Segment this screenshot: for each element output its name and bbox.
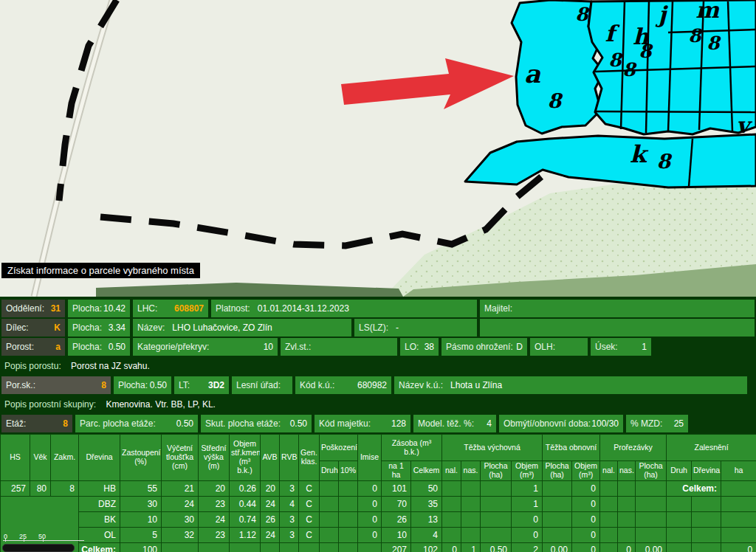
field-nazev: Název: LHO Luhačovice, ZO Zlín — [133, 319, 351, 337]
field-label: % MZD: — [630, 418, 662, 429]
scale-tickmark — [5, 538, 6, 542]
cell-tv-plocha — [481, 527, 512, 542]
cell-tv-nas — [461, 511, 481, 527]
cell-tloustka — [162, 542, 199, 552]
field-lslz: LS(LZ): - — [354, 319, 477, 337]
cell-posk-10 — [339, 542, 358, 552]
field-label: Majitel: — [484, 303, 512, 314]
cell-tv-objem: 0 — [512, 527, 543, 542]
field-label: Obmýtí/obnovní doba: — [504, 418, 591, 429]
cell-zasoba-celkem: 35 — [411, 496, 442, 511]
col-header-rvb: RVB — [280, 435, 299, 481]
cell-to-objem: 0 — [572, 527, 600, 542]
cell-zastoupeni: 10 — [120, 511, 162, 527]
cell-posk-druh — [320, 480, 339, 496]
cell-pr-nas — [618, 480, 636, 496]
cell-tv-plocha — [481, 480, 512, 496]
cell-tloustka: 30 — [162, 511, 199, 527]
sub-header-objem: Objem (m³) — [572, 461, 600, 481]
cell-rvb — [280, 542, 299, 552]
cell-pr-nas-total: 0 — [618, 542, 636, 552]
field-mzd: % MZD: 25 — [626, 415, 688, 432]
field-value: 608807 — [174, 303, 204, 314]
table-row: BK 10 30 24 0.74 26 3 C 0 26 13 0 0 — [1, 511, 756, 527]
map-scale-bar: 0 25 50 — [1, 533, 97, 552]
cell-gen: C — [299, 511, 320, 527]
field-dilec: Dílec: K — [1, 319, 65, 337]
field-value: LHO Luhačovice, ZO Zlín — [172, 322, 272, 333]
cell-to-objem-total: 0 — [572, 542, 600, 552]
table-row: DBZ 30 24 23 0.44 24 4 C 0 70 35 1 0 — [1, 496, 756, 511]
table-header-row-1: HS Věk Zakm. Dřevina Zastoupení (%) Výče… — [1, 435, 756, 461]
field-label: Pásmo ohrožení: — [446, 342, 513, 352]
scale-tickmark — [43, 538, 44, 542]
col-header-vyska: Střední výška (m) — [199, 435, 230, 481]
field-label: Zvl.st.: — [285, 342, 311, 352]
cell-vek: 80 — [30, 480, 51, 496]
cell-zastoupeni: 30 — [120, 496, 162, 511]
col-header-hs: HS — [1, 435, 30, 481]
table-total-row: Celkem: 100 207 102 0 1 0.50 2 0.00 0 — [1, 542, 756, 552]
cell-zasoba-celkem-total: 102 — [411, 542, 442, 552]
cell-zal-druh — [667, 496, 692, 511]
sub-header-na1ha: na 1 ha — [382, 461, 411, 481]
cell-gen: C — [299, 527, 320, 542]
cell-posk-10 — [339, 496, 358, 511]
field-value: 0.50 — [109, 342, 126, 352]
cell-objem: 0.44 — [230, 496, 261, 511]
field-value: 8 — [63, 418, 68, 429]
field-value: D — [516, 342, 523, 352]
field-popis-porostu: Popis porostu: Porost na JZ svahu. — [0, 357, 756, 375]
cell-hs: 257 — [1, 480, 30, 496]
field-popis-skupiny: Popis porostní skupiny: Kmenovina. Vtr. … — [0, 396, 756, 413]
field-label: Plocha: — [118, 380, 148, 390]
app-window: a f h j m k v 8 8 8 8 8 8 8 8 Získat inf… — [0, 0, 756, 552]
map-tooltip: Získat informace o parcele vybraného mís… — [1, 263, 200, 278]
field-parc-plocha: Parc. plocha etáže: 0.50 — [75, 415, 198, 432]
field-zvlst: Zvl.st.: — [281, 338, 397, 356]
sub-header-plocha: Plocha (ha) — [636, 461, 667, 481]
stand-table: HS Věk Zakm. Dřevina Zastoupení (%) Výče… — [0, 434, 756, 552]
field-value: 31 — [51, 303, 61, 314]
cell-tv-objem: 1 — [512, 480, 543, 496]
cell-to-objem: 0 — [572, 480, 600, 496]
field-pasmo: Pásmo ohrožení: D — [441, 338, 527, 356]
cell-avb — [261, 542, 280, 552]
field-label: Název: — [137, 322, 165, 333]
cell-gen: C — [299, 480, 320, 496]
field-lesni-urad: Lesní úřad: — [232, 376, 292, 394]
cell-gen — [299, 542, 320, 552]
field-value: Lhota u Zlína — [450, 380, 502, 390]
horizontal-scrollbar-thumb[interactable] — [2, 544, 75, 552]
cell-posk-druh — [320, 542, 339, 552]
cell-zasoba-ha-total: 207 — [382, 542, 411, 552]
sub-header-nas: nas. — [461, 461, 481, 481]
cell-tv-nal — [442, 480, 461, 496]
sub-header-10pct: 10% — [339, 461, 358, 481]
field-value: 10 — [264, 342, 273, 352]
cell-gen: C — [299, 496, 320, 511]
field-plocha-oddeleni: Plocha: 10.42 — [68, 300, 130, 317]
info-row-7: Etáž: 8 Parc. plocha etáže: 0.50 Skut. p… — [0, 415, 756, 432]
field-lhc: LHC: 608807 — [133, 300, 208, 317]
cell-zal-drevina — [692, 527, 721, 542]
info-row-2: Dílec: K Plocha: 3.34 Název: LHO Luhačov… — [0, 319, 756, 337]
cell-pr-nas — [618, 511, 636, 527]
cell-to-plocha — [543, 496, 572, 511]
cell-pr-nal — [600, 480, 618, 496]
cell-to-objem: 0 — [572, 496, 600, 511]
field-platnost: Platnost: 01.01.2014-31.12.2023 — [211, 300, 477, 317]
cell-imise: 0 — [358, 496, 382, 511]
cell-posk-druh — [320, 527, 339, 542]
col-header-drevina: Dřevina — [79, 435, 120, 481]
scale-line — [3, 540, 84, 541]
col-header-zastoupeni: Zastoupení (%) — [120, 435, 162, 481]
cell-tloustka: 32 — [162, 527, 199, 542]
field-model-tez: Model. těž. %: 4 — [413, 415, 496, 432]
field-value: 25 — [674, 418, 684, 429]
map-view[interactable]: a f h j m k v 8 8 8 8 8 8 8 8 — [0, 0, 756, 297]
sub-header-zal-druh: Druh — [667, 461, 692, 481]
cell-zal-drevina — [692, 542, 721, 552]
cell-pr-plocha — [636, 496, 667, 511]
field-nazev-ku: Název k.ú.: Lhota u Zlína — [394, 376, 747, 394]
